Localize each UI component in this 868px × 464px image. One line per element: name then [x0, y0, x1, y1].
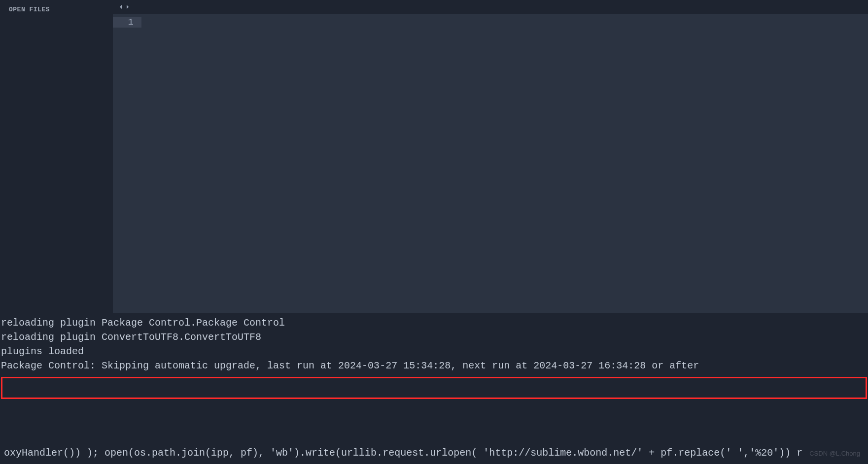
- tab-bar: [113, 0, 868, 14]
- gutter: 1: [113, 14, 141, 313]
- console-input[interactable]: oxyHandler()) ); open(os.path.join(ipp, …: [0, 443, 868, 464]
- console-line: Package Control: Skipping automatic upgr…: [0, 359, 868, 373]
- main-container: OPEN FILES 1: [0, 0, 868, 313]
- code-area[interactable]: [141, 14, 747, 313]
- tab-prev-icon[interactable]: [118, 4, 124, 10]
- watermark: CSDN @L.Chong: [809, 450, 860, 457]
- console-line: reloading plugin ConvertToUTF8.ConvertTo…: [0, 330, 868, 344]
- open-files-header[interactable]: OPEN FILES: [0, 0, 113, 19]
- minimap[interactable]: [747, 14, 868, 313]
- console-line: plugins loaded: [0, 344, 868, 359]
- line-number: 1: [113, 17, 141, 28]
- editor[interactable]: 1: [113, 14, 868, 313]
- sidebar: OPEN FILES: [0, 0, 113, 313]
- console-blank-line: [0, 373, 868, 387]
- console-output[interactable]: reloading plugin Package Control.Package…: [0, 313, 868, 464]
- console-line: reloading plugin Package Control.Package…: [0, 316, 868, 330]
- tab-next-icon[interactable]: [125, 4, 131, 10]
- editor-wrap: 1: [113, 0, 868, 313]
